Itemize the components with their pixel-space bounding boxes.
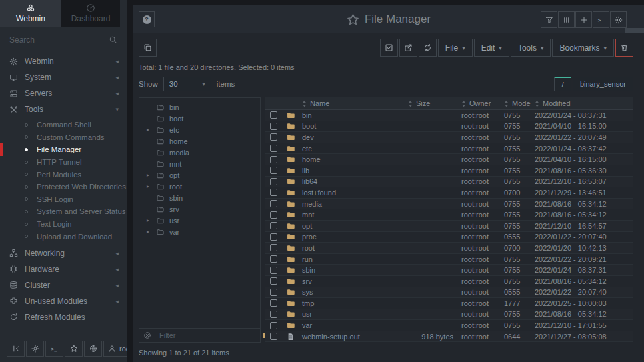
row-checkbox[interactable] <box>270 255 277 263</box>
table-row[interactable]: rootroot:root07002022/01/20 - 10:42:13 <box>265 243 633 254</box>
menu-tools-button[interactable]: Tools▾ <box>511 39 551 57</box>
tree-item-sbin[interactable]: sbin <box>139 192 260 203</box>
menu-file-button[interactable]: File▾ <box>438 39 473 57</box>
sidebar-item-webmin[interactable]: Webmin◂ <box>0 53 127 69</box>
breadcrumb-current[interactable]: binary_sensor <box>573 77 633 91</box>
expand-arrow-icon[interactable]: ▸ <box>145 127 151 133</box>
sidebar-subitem-protected-web-directories[interactable]: Protected Web Directories <box>0 181 127 193</box>
row-checkbox[interactable] <box>270 299 277 307</box>
table-row[interactable]: mediaroot:root07552021/08/16 - 05:34:12 <box>265 199 633 210</box>
sidebar-item-hardware[interactable]: Hardware◂ <box>0 261 127 277</box>
menu-bookmarks-button[interactable]: Bookmarks▾ <box>552 39 614 57</box>
tree-item-media[interactable]: media <box>139 147 260 158</box>
menu-edit-button[interactable]: Edit▾ <box>474 39 509 57</box>
search-input[interactable] <box>9 32 117 48</box>
table-row[interactable]: optroot:root07552021/12/10 - 16:54:57 <box>265 221 633 232</box>
expand-arrow-icon[interactable]: ▸ <box>145 217 151 223</box>
paste-buffer-button[interactable] <box>139 39 157 57</box>
sidebar-subitem-http-tunnel[interactable]: HTTP Tunnel <box>0 156 127 169</box>
row-checkbox[interactable] <box>270 333 277 340</box>
row-checkbox[interactable] <box>270 233 277 241</box>
table-row[interactable]: etcroot:root07552022/01/24 - 08:37:42 <box>265 143 633 155</box>
tree-item-etc[interactable]: ▸etc <box>139 124 260 135</box>
sidebar-item-networking[interactable]: Networking◂ <box>0 245 127 261</box>
column-header-owner[interactable]: Owner <box>461 99 504 107</box>
sidebar-item-servers[interactable]: Servers◂ <box>0 85 127 101</box>
sidebar-subitem-text-login[interactable]: Text Login <box>0 218 127 231</box>
theme-toggle-button[interactable] <box>26 341 44 357</box>
sidebar-item-refresh-modules[interactable]: Refresh Modules <box>0 309 127 325</box>
row-checkbox[interactable] <box>270 289 277 296</box>
tree-item-boot[interactable]: boot <box>139 113 260 124</box>
row-checkbox[interactable] <box>270 211 277 219</box>
row-checkbox[interactable] <box>270 200 277 207</box>
tab-webmin[interactable]: Webmin <box>0 0 61 27</box>
sidebar-item-tools[interactable]: Tools▾ <box>0 101 127 117</box>
tree-item-home[interactable]: home <box>139 135 260 147</box>
refresh-button[interactable] <box>419 39 437 57</box>
sidebar-item-system[interactable]: System◂ <box>0 69 127 85</box>
tab-dashboard[interactable]: Dashboard <box>61 0 120 27</box>
row-checkbox[interactable] <box>270 123 277 130</box>
settings-button[interactable] <box>610 11 627 28</box>
sidebar-subitem-upload-and-download[interactable]: Upload and Download <box>0 230 127 243</box>
table-row[interactable]: runroot:root07552022/01/22 - 20:09:21 <box>265 254 633 265</box>
sidebar-subitem-perl-modules[interactable]: Perl Modules <box>0 168 127 181</box>
table-row[interactable]: tmproot:root17772022/01/25 - 10:00:03 <box>265 298 633 309</box>
select-all-button[interactable] <box>380 39 398 57</box>
favorites-button[interactable] <box>65 341 83 357</box>
row-checkbox[interactable] <box>270 244 277 251</box>
table-row[interactable]: binroot:root07552022/01/24 - 08:37:31 <box>265 110 633 121</box>
table-row[interactable]: bootroot:root07552021/04/10 - 16:15:00 <box>265 121 633 133</box>
table-row[interactable]: varroot:root07552021/12/10 - 17:01:55 <box>265 320 633 331</box>
row-checkbox[interactable] <box>270 322 277 329</box>
sidebar-subitem-file-manager[interactable]: File Manager <box>0 143 127 156</box>
row-checkbox[interactable] <box>270 178 277 185</box>
clear-filter-icon[interactable] <box>143 331 151 339</box>
table-row[interactable]: usrroot:root07552021/08/16 - 05:34:12 <box>265 309 633 321</box>
open-tab-button[interactable] <box>575 11 592 28</box>
table-row[interactable]: procroot:root05552022/01/22 - 20:07:40 <box>265 232 633 243</box>
export-button[interactable] <box>399 39 417 57</box>
table-row[interactable]: webmin-setup.out918 bytesroot:root064420… <box>265 331 633 343</box>
row-checkbox[interactable] <box>270 311 277 318</box>
collapse-sidebar-button[interactable] <box>7 341 25 357</box>
column-header-modified[interactable]: Modified <box>535 99 633 107</box>
delete-button[interactable] <box>615 39 633 57</box>
row-checkbox[interactable] <box>270 156 277 163</box>
table-row[interactable]: libroot:root07552021/08/16 - 05:36:30 <box>265 165 633 177</box>
sidebar-item-cluster[interactable]: Cluster◂ <box>0 277 127 293</box>
sidebar-subitem-custom-commands[interactable]: Custom Commands <box>0 131 127 144</box>
sidebar-subitem-command-shell[interactable]: Command Shell <box>0 119 127 131</box>
tree-item-root[interactable]: ▸root <box>139 181 260 192</box>
table-row[interactable]: homeroot:root07552021/04/10 - 16:15:00 <box>265 154 633 165</box>
sidebar-subitem-ssh-login[interactable]: SSH Login <box>0 193 127 206</box>
row-checkbox[interactable] <box>270 133 277 141</box>
columns-button[interactable] <box>558 11 575 28</box>
tree-item-mnt[interactable]: mnt <box>139 158 260 169</box>
filter-button[interactable] <box>541 11 557 28</box>
table-row[interactable]: sbinroot:root07552022/01/24 - 08:37:31 <box>265 265 633 276</box>
terminal-button[interactable]: >_ <box>593 11 609 28</box>
column-header-mode[interactable]: Mode <box>504 99 535 107</box>
expand-arrow-icon[interactable]: ▸ <box>145 183 151 189</box>
tree-item-opt[interactable]: ▸opt <box>139 169 260 181</box>
table-row[interactable]: srvroot:root07552021/08/16 - 05:34:12 <box>265 276 633 287</box>
row-checkbox[interactable] <box>270 167 277 174</box>
row-checkbox[interactable] <box>270 145 277 152</box>
sidebar-item-un-used-modules[interactable]: Un-used Modules◂ <box>0 293 127 309</box>
column-header-name[interactable]: Name <box>302 99 408 107</box>
tree-item-srv[interactable]: srv <box>139 203 260 215</box>
column-header-size[interactable]: Size <box>408 99 461 107</box>
filter-input[interactable] <box>155 329 258 342</box>
table-row[interactable]: devroot:root07552022/01/22 - 20:07:49 <box>265 132 633 143</box>
shell-button[interactable]: >_ <box>45 341 63 357</box>
tree-item-usr[interactable]: ▸usr <box>139 215 260 226</box>
table-row[interactable]: lost+foundroot:root07002021/12/29 - 13:4… <box>265 187 633 199</box>
tree-item-var[interactable]: ▸var <box>139 226 260 237</box>
page-size-select[interactable]: 30 ▾ <box>163 77 211 91</box>
table-row[interactable]: mntroot:root07552021/08/16 - 05:34:12 <box>265 209 633 221</box>
tree-item-bin[interactable]: bin <box>139 101 260 113</box>
row-checkbox[interactable] <box>270 111 277 119</box>
expand-arrow-icon[interactable]: ▸ <box>145 229 151 235</box>
